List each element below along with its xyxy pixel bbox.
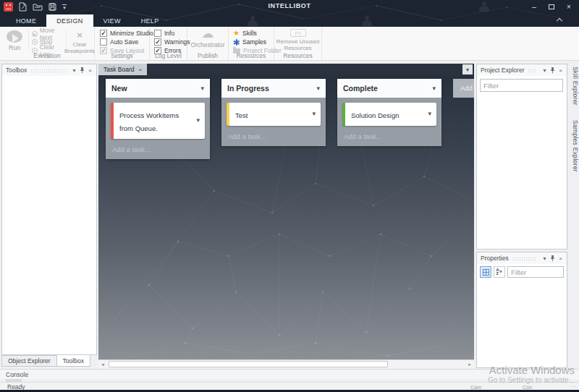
checkbox-icon: ✓ [100,38,107,46]
tab-toolbox[interactable]: Toolbox [56,355,90,367]
document-tab-strip: Task Board × ▾ [98,64,474,75]
move-next-button[interactable]: Move Next [32,30,66,38]
samples-button[interactable]: Samples [233,38,272,46]
pin-icon[interactable] [549,66,557,74]
column-menu-icon[interactable]: ▾ [432,85,436,92]
scrollbar-track[interactable] [107,360,465,368]
column-header: Complete ▾ [337,79,441,98]
column-menu-icon[interactable]: ▾ [200,85,204,92]
column-menu-icon[interactable]: ▾ [316,85,320,92]
task-card[interactable]: Solution Design ▾ [342,103,436,126]
panel-menu-icon[interactable]: ▾ [541,66,549,74]
customize-quick-access-icon[interactable]: ▾ [62,4,67,9]
properties-header: Properties ▾ × [477,252,567,264]
column-body: Test ▾ Add a task... [221,98,326,146]
checkbox-icon: ✓ [154,38,161,46]
column-title: Complete [343,84,432,93]
toolbox-panel-body [2,76,96,354]
categorize-button[interactable] [480,266,491,278]
save-icon[interactable] [48,3,56,11]
document-well: Task Board × ▾ [98,64,474,368]
properties-toolbar: AZ [477,264,567,280]
pin-icon[interactable] [78,66,86,74]
ribbon-tab-row: HOME DESIGN VIEW HELP [0,14,169,27]
console-collapsed-panel[interactable]: Console [0,369,579,379]
checkbox-minimize-studio[interactable]: ✓ Minimize Studio [100,30,148,37]
scroll-right-icon[interactable]: ▸ [465,360,474,368]
close-icon[interactable]: × [86,66,94,74]
tab-view[interactable]: VIEW [93,14,131,27]
ribbon: Run Move Next Stop Clear Log × ClearBre [0,27,579,61]
close-tab-icon[interactable]: × [139,67,143,73]
add-task-button[interactable]: Add a task... [342,126,436,142]
resize-grip[interactable] [570,385,577,388]
task-board-canvas: New ▾ Process WorkItems from Queue. ▾ Ad… [98,75,474,359]
remove-unused-resources-icon[interactable]: (×) [290,29,306,37]
tab-list-dropdown-icon[interactable]: ▾ [462,64,473,74]
scrollbar-thumb[interactable] [109,361,388,367]
card-menu-icon[interactable]: ▾ [428,110,431,117]
orchestrator-cloud-icon[interactable]: ☁ [202,28,214,40]
new-file-icon[interactable] [19,2,27,12]
toolbox-panel-header: Toolbox ▾ × [2,64,96,76]
window-controls: – × [525,0,578,13]
group-label-resources: Resources [229,52,274,59]
drag-handle[interactable] [512,257,537,260]
stop-icon [32,39,38,45]
right-dock-tab-strip: Skill Explorer Samples Explorer [569,64,579,175]
checkbox-warnings[interactable]: ✓ Warnings [154,38,185,46]
group-label-execution: Execution [0,52,94,59]
titlebar: ▾ INTELLIBOT – × HOME DESIGN VIEW HELP [0,0,579,27]
project-explorer-title: Project Explorer [481,67,524,74]
ribbon-group-execution: Run Move Next Stop Clear Log × ClearBre [0,27,95,60]
run-button[interactable]: Run [1,29,28,51]
properties-filter-input[interactable] [507,266,564,278]
tab-home[interactable]: HOME [6,14,46,27]
open-folder-icon[interactable] [33,3,43,11]
project-explorer-panel: Project Explorer ▾ × [476,64,567,250]
panel-menu-icon[interactable]: ▾ [70,66,78,74]
sort-alphabetical-button[interactable]: AZ [494,266,505,278]
quick-access-toolbar: ▾ [4,1,67,12]
card-menu-icon[interactable]: ▾ [196,116,200,124]
panel-menu-icon[interactable]: ▾ [541,254,549,263]
group-label-log-level: Log Level [150,52,187,59]
kanban-column-complete: Complete ▾ Solution Design ▾ Add a task.… [337,79,441,146]
add-task-button[interactable]: Add a task... [227,126,321,142]
tab-task-board[interactable]: Task Board × [98,64,147,75]
maximize-button[interactable] [543,0,560,13]
close-button[interactable]: × [560,0,578,13]
project-filter-input[interactable] [480,79,563,92]
minimize-button[interactable]: – [525,0,543,13]
window-title: INTELLIBOT [0,2,579,9]
app-logo-icon[interactable] [4,2,13,12]
kanban-column-new: New ▾ Process WorkItems from Queue. ▾ Ad… [106,79,210,159]
tab-object-explorer[interactable]: Object Explorer [1,355,57,367]
checkbox-info[interactable]: ✓ Info [154,30,185,37]
close-icon[interactable]: × [557,66,565,74]
move-next-icon [32,31,38,37]
toolbox-panel: Toolbox ▾ × [1,64,97,355]
add-list-button[interactable]: Add a list... [453,79,474,98]
close-icon[interactable]: × [557,254,565,263]
tab-help[interactable]: HELP [131,14,169,27]
clear-breakpoints-button[interactable]: × ClearBreakpoints [67,29,93,51]
orchestrator-button[interactable]: Orchestrator [190,41,224,48]
toolbox-panel-title: Toolbox [6,67,27,74]
properties-panel: Properties ▾ × AZ [476,252,567,368]
card-menu-icon[interactable]: ▾ [312,110,316,117]
drag-handle[interactable] [528,69,537,72]
pin-icon[interactable] [549,254,557,263]
task-card[interactable]: Test ▾ [227,103,321,126]
remove-unused-resources-button[interactable]: Remove UnusedResources [276,38,320,51]
task-card[interactable]: Process WorkItems from Queue. ▾ [111,103,205,139]
checkbox-auto-save[interactable]: ✓ Auto Save [100,38,148,46]
tab-samples-explorer[interactable]: Samples Explorer [569,117,579,175]
drag-handle[interactable] [30,69,67,72]
tab-skill-explorer[interactable]: Skill Explorer [569,64,579,108]
column-header: In Progress ▾ [221,79,326,98]
add-task-button[interactable]: Add a task... [111,139,205,155]
scroll-left-icon[interactable]: ◂ [98,360,107,368]
tab-design[interactable]: DESIGN [46,14,93,27]
skills-button[interactable]: ★ Skills [233,30,272,37]
